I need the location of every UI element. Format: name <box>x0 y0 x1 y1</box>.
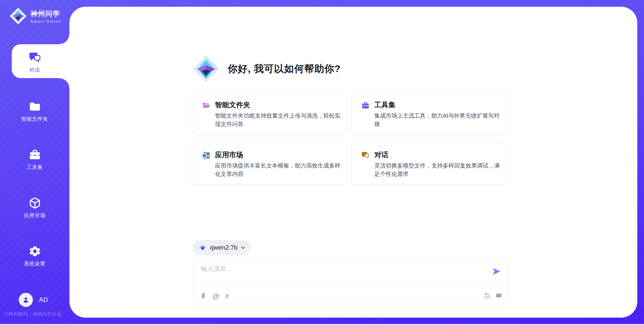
person-icon <box>22 296 30 304</box>
attachment-button[interactable] <box>200 292 207 300</box>
brand-logo-icon <box>9 7 27 25</box>
chevron-down-icon <box>241 246 245 249</box>
at-icon: @ <box>212 292 219 300</box>
sidebar: 神州问学 Smart Vision 对话 智能文件夹 <box>0 0 69 325</box>
chat-square-icon <box>495 292 502 299</box>
avatar <box>19 293 33 307</box>
history-button[interactable] <box>483 292 490 300</box>
card-title: 工具集 <box>374 100 395 110</box>
sidebar-item-label: 工具集 <box>27 164 43 171</box>
message-input[interactable] <box>193 258 508 286</box>
active-nav-fillet-bottom <box>59 78 69 88</box>
brand-name: 神州问学 <box>31 9 61 18</box>
card-title: 智能文件夹 <box>215 100 250 110</box>
sidebar-item-app-market[interactable]: 应用市场 <box>0 196 69 219</box>
card-toolset[interactable]: 工具集 集成市场上主流工具，助力AI与外界无缝扩展与对接 <box>351 92 507 135</box>
send-button[interactable] <box>491 266 501 276</box>
sidebar-item-label: 应用市场 <box>24 212 46 219</box>
chat-bubbles-icon <box>28 51 42 64</box>
paperclip-icon <box>200 292 207 300</box>
tile-cube-icon <box>202 151 211 160</box>
greeting-text: 你好, 我可以如何帮助你? <box>228 62 341 76</box>
brand-subtitle: Smart Vision <box>31 19 61 23</box>
card-title: 应用市场 <box>215 150 243 159</box>
active-nav-fillet-top <box>59 34 69 44</box>
send-icon <box>491 266 501 276</box>
assistant-logo-icon <box>192 55 220 83</box>
message-composer: @ # <box>193 258 508 304</box>
greeting-block: 你好, 我可以如何帮助你? <box>192 55 341 83</box>
copyright-text: ©神州数码 · 神州问学出品 <box>5 311 68 317</box>
model-selector[interactable]: qwen2:7b <box>193 240 251 255</box>
card-chat[interactable]: 对话 灵活切换多模型文件，支持多样回复效果调试，满足个性化需求 <box>351 142 507 185</box>
model-logo-icon <box>199 244 207 252</box>
main-panel: 你好, 我可以如何帮助你? 智能文件夹 智能文件夹功能支持批量文件上传与清洗，轻… <box>69 7 637 318</box>
toolbox-icon <box>28 148 42 161</box>
mention-button[interactable]: @ <box>212 292 219 300</box>
sidebar-item-smart-folder[interactable]: 智能文件夹 <box>0 100 69 122</box>
card-description: 智能文件夹功能支持批量文件上传与清洗，轻松实现文件问答 <box>215 112 342 128</box>
model-name: qwen2:7b <box>210 244 237 251</box>
cube-icon <box>28 196 42 210</box>
open-folder-icon <box>202 101 211 110</box>
sidebar-item-settings[interactable]: 系统设置 <box>0 245 69 267</box>
toolbox-icon <box>361 101 370 110</box>
sidebar-item-toolset[interactable]: 工具集 <box>0 148 69 171</box>
folder-icon <box>28 100 42 113</box>
hash-icon: # <box>225 292 229 300</box>
composer-toolbar: @ # <box>193 287 508 305</box>
history-icon <box>483 292 490 300</box>
user-account[interactable]: AD <box>19 293 48 307</box>
sidebar-item-label: 系统设置 <box>24 261 46 267</box>
brand-text: 神州问学 Smart Vision <box>31 9 61 23</box>
sidebar-item-label: 智能文件夹 <box>21 116 48 122</box>
card-description: 应用市场提供丰富长文本模板，助力高效生成多样化文章内容 <box>215 162 342 178</box>
new-chat-button[interactable] <box>495 292 502 299</box>
chat-bubbles-icon <box>361 151 370 160</box>
card-title: 对话 <box>374 150 388 159</box>
card-description: 集成市场上主流工具，助力AI与外界无缝扩展与对接 <box>374 112 501 128</box>
brand: 神州问学 Smart Vision <box>9 7 61 25</box>
card-app-market[interactable]: 应用市场 应用市场提供丰富长文本模板，助力高效生成多样化文章内容 <box>192 142 347 185</box>
card-description: 灵活切换多模型文件，支持多样回复效果调试，满足个性化需求 <box>374 162 501 178</box>
topic-button[interactable]: # <box>225 292 229 300</box>
card-smart-folder[interactable]: 智能文件夹 智能文件夹功能支持批量文件上传与清洗，轻松实现文件问答 <box>192 92 347 135</box>
gear-icon <box>28 245 42 258</box>
sidebar-item-chat[interactable]: 对话 <box>0 51 69 73</box>
user-initials: AD <box>39 296 48 304</box>
sidebar-item-label: 对话 <box>30 67 40 73</box>
